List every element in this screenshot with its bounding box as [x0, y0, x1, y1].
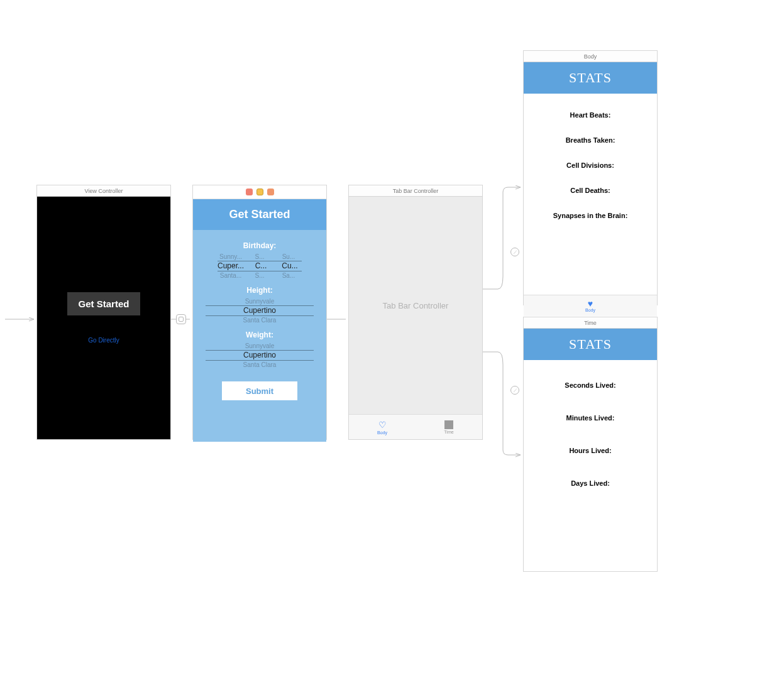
stats-list: Heart Beats: Breaths Taken: Cell Divisio… — [524, 94, 657, 295]
height-picker[interactable]: Sunnyvale Cupertino Santa Clara — [206, 297, 314, 324]
toolbar-icon — [267, 189, 274, 195]
stats-header: STATS — [524, 329, 657, 360]
time-stats-scene[interactable]: Time STATS Seconds Lived: Minutes Lived:… — [523, 317, 658, 572]
tab-bar: ♡ Body Time — [349, 414, 482, 439]
relationship-segue-icon[interactable]: ⟋ — [510, 248, 519, 256]
tab-label: Time — [444, 430, 453, 434]
stat-label: Days Lived: — [524, 467, 657, 500]
heart-icon: ♡ — [378, 420, 387, 430]
stat-label: Cell Divisions: — [524, 153, 657, 178]
stat-label: Hours Lived: — [524, 434, 657, 467]
tab-bar-controller-scene[interactable]: Tab Bar Controller Tab Bar Controller ♡ … — [348, 185, 483, 440]
birthday-picker[interactable]: Sunny...S...Su... Cuper...C...Cu... Sant… — [206, 253, 314, 280]
scene-title: Tab Bar Controller — [349, 185, 482, 197]
segue-node[interactable] — [176, 314, 186, 324]
weight-picker[interactable]: Sunnyvale Cupertino Santa Clara — [206, 342, 314, 369]
stat-label: Synapses in the Brain: — [524, 203, 657, 228]
scene-toolbar — [193, 185, 326, 199]
stat-label: Seconds Lived: — [524, 369, 657, 402]
weight-label: Weight: — [206, 331, 314, 339]
stat-label: Cell Deaths: — [524, 178, 657, 203]
tab-bar: ♥ Body — [524, 295, 657, 316]
get-started-button[interactable]: Get Started — [67, 292, 141, 315]
tab-time[interactable]: Time — [416, 415, 482, 439]
get-started-scene[interactable]: Get Started Birthday: Sunny...S...Su... … — [192, 185, 327, 440]
go-directly-link[interactable]: Go Directly — [88, 337, 119, 344]
stat-label: Breaths Taken: — [524, 128, 657, 153]
height-label: Height: — [206, 286, 314, 295]
scene-title: Body — [524, 51, 657, 62]
relationship-segue-icon[interactable]: ⟋ — [510, 386, 519, 395]
submit-button[interactable]: Submit — [222, 381, 297, 400]
toolbar-icon — [246, 189, 253, 195]
form-header: Get Started — [193, 199, 326, 230]
heart-icon: ♥ — [588, 299, 593, 308]
toolbar-icon — [256, 189, 263, 195]
view-controller-scene[interactable]: View Controller Get Started Go Directly — [36, 185, 171, 440]
tab-body[interactable]: ♡ Body — [349, 415, 416, 439]
stats-list: Seconds Lived: Minutes Lived: Hours Live… — [524, 360, 657, 582]
stat-label: Heart Beats: — [524, 102, 657, 128]
square-icon — [444, 420, 453, 429]
stat-label: Minutes Lived: — [524, 402, 657, 434]
stats-header: STATS — [524, 62, 657, 94]
tab-label: Body — [585, 308, 595, 312]
birthday-label: Birthday: — [206, 241, 314, 250]
tab-label: Body — [377, 430, 387, 435]
scene-title: View Controller — [37, 185, 170, 197]
placeholder-label: Tab Bar Controller — [349, 197, 482, 414]
scene-title: Time — [524, 317, 657, 329]
body-stats-scene[interactable]: Body STATS Heart Beats: Breaths Taken: C… — [523, 50, 658, 305]
